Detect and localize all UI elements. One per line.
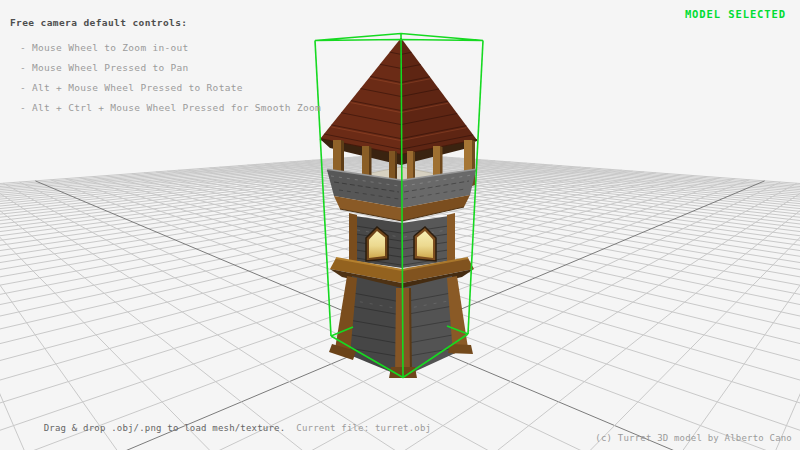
roof-right-face [401,38,477,155]
corner-trim-left [349,213,357,263]
grid-line [189,169,800,450]
footer-left: Drag & drop .obj/.png to load mesh/textu… [10,413,431,443]
help-title: Free camera default controls: [10,17,187,28]
bbox-top-face [315,34,483,41]
help-item-pan: - Mouse Wheel Pressed to Pan [20,58,321,78]
grid-line [0,169,611,450]
viewport-3d[interactable]: Free camera default controls: - Mouse Wh… [0,0,800,450]
help-list: - Mouse Wheel to Zoom in-out - Mouse Whe… [20,38,321,118]
status-badge: MODEL SELECTED [685,8,786,20]
help-item-rotate: - Alt + Mouse Wheel Pressed to Rotate [20,78,321,98]
model-credit: (c) Turret 3D model by Alberto Cano [595,433,792,443]
help-item-smooth-zoom: - Alt + Ctrl + Mouse Wheel Pressed for S… [20,98,321,118]
help-item-zoom: - Mouse Wheel to Zoom in-out [20,38,321,58]
corner-trim-right [447,213,455,263]
current-file: Current file: turret.obj [296,423,431,433]
drop-hint: Drag & drop .obj/.png to load mesh/textu… [44,423,286,433]
turret-model[interactable] [320,38,477,378]
roof-left-face [320,38,401,155]
roof [320,38,477,155]
